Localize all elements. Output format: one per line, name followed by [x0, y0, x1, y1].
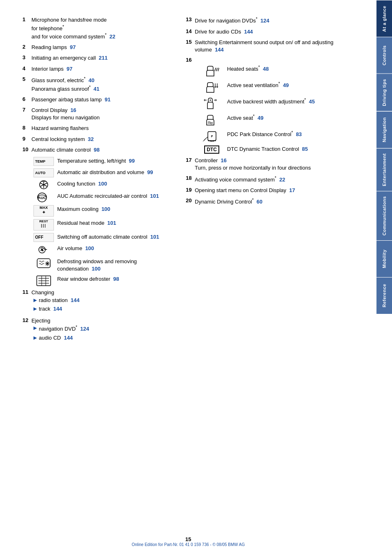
- page-ref[interactable]: 144: [244, 29, 253, 35]
- climate-text: Automatic air distribution and volume 99: [57, 168, 153, 176]
- page-ref[interactable]: 85: [302, 146, 308, 152]
- list-item: 6 Passenger airbag status lamp 91: [22, 96, 174, 103]
- page-ref[interactable]: 16: [70, 107, 76, 113]
- footer-text: Online Edition for Part-Nr. 01 41 0 159 …: [0, 542, 376, 547]
- item-text: radio station 144: [39, 297, 80, 304]
- item-content: Central locking system 32: [31, 136, 174, 143]
- page-ref[interactable]: 144: [64, 335, 73, 341]
- item-text: Displays for menu navigation: [31, 114, 100, 121]
- list-item: 8 Hazard warning flashers: [22, 125, 174, 132]
- page-ref[interactable]: 144: [53, 306, 62, 312]
- item-content: Activating voice command system* 22: [195, 175, 337, 184]
- s16-text: Heated seats* 48: [227, 65, 269, 73]
- svg-text:P: P: [211, 135, 213, 138]
- item-text: Initiating an emergency call 211: [31, 55, 107, 61]
- page-ref[interactable]: 98: [94, 147, 99, 153]
- page-ref[interactable]: 16: [221, 157, 227, 163]
- svg-rect-10: [37, 259, 50, 268]
- page-ref[interactable]: 60: [256, 199, 262, 205]
- tab-driving-tips[interactable]: Driving tips: [376, 74, 392, 111]
- list-item: 17 Controller 16 Turn, press or move hor…: [186, 157, 337, 172]
- temp-icon: TEMP: [33, 157, 54, 166]
- page-ref[interactable]: 48: [263, 66, 269, 72]
- item-number: 14: [186, 28, 195, 34]
- svg-point-28: [208, 140, 209, 141]
- item-number: 19: [186, 187, 195, 193]
- page-ref[interactable]: 100: [101, 206, 110, 212]
- climate-item: OFF Switching off automatic climate cont…: [33, 233, 174, 242]
- page-ref[interactable]: 101: [150, 234, 159, 240]
- item-content: Microphone for handsfree modefor telepho…: [31, 16, 174, 40]
- tab-mobility[interactable]: Mobility: [376, 240, 392, 277]
- section16-item: P PDC Park Distance Control* 83: [200, 130, 337, 142]
- page-ref[interactable]: 22: [109, 34, 115, 40]
- svg-point-29: [209, 141, 211, 142]
- item-content: Controller 16 Turn, press or move horizo…: [195, 157, 337, 172]
- page-ref[interactable]: 99: [129, 158, 135, 164]
- svg-point-32: [214, 140, 216, 141]
- climate-text: Defrosting windows and removing condensa…: [57, 257, 174, 273]
- page-ref[interactable]: 101: [150, 193, 159, 199]
- page-ref[interactable]: 211: [99, 55, 108, 61]
- page-footer: 15 Online Edition for Part-Nr. 01 41 0 1…: [0, 536, 376, 547]
- page-ref[interactable]: 100: [92, 266, 101, 272]
- rear-defroster-icon: [36, 275, 51, 286]
- page-ref[interactable]: 83: [296, 131, 302, 137]
- s16-text: PDC Park Distance Control* 83: [227, 130, 302, 139]
- page-ref[interactable]: 144: [215, 47, 224, 53]
- page-ref[interactable]: 99: [147, 169, 153, 175]
- sidebar: At a glance Controls Driving tips Naviga…: [376, 0, 392, 555]
- page-ref[interactable]: 144: [71, 297, 80, 303]
- item-content: Control Display 16 Displays for menu nav…: [31, 107, 174, 121]
- page-ref[interactable]: 32: [88, 136, 94, 142]
- item-number: 8: [22, 125, 31, 131]
- page-ref[interactable]: 100: [85, 245, 94, 251]
- s16-text: DTC Dynamic Traction Control 85: [227, 145, 308, 153]
- page-ref[interactable]: 91: [105, 96, 110, 103]
- item-text: track 144: [39, 305, 62, 313]
- climate-item: Air volume 100: [33, 244, 174, 255]
- item-number: 17: [186, 157, 195, 163]
- climate-item: AUTO Automatic air distribution and volu…: [33, 168, 174, 177]
- page-ref[interactable]: 40: [89, 77, 94, 83]
- page-ref[interactable]: 41: [94, 86, 99, 92]
- tab-controls[interactable]: Controls: [376, 37, 392, 74]
- item-text: Panorama glass sunroof* 41: [31, 86, 100, 92]
- item-text: Opening start menu on Control Display 17: [195, 187, 295, 193]
- item-content: Interior lamps 97: [31, 65, 174, 73]
- page-ref[interactable]: 49: [258, 115, 263, 121]
- page-ref[interactable]: 97: [70, 44, 76, 50]
- list-item: 20 Dynamic Driving Control* 60: [186, 197, 337, 206]
- tab-at-a-glance[interactable]: At a glance: [376, 0, 392, 37]
- item-content: Drive for navigation DVDs* 124: [195, 16, 337, 25]
- svg-line-5: [44, 181, 45, 182]
- tab-communications[interactable]: Communications: [376, 191, 392, 240]
- climate-item: Defrosting windows and removing condensa…: [33, 257, 174, 273]
- page-ref[interactable]: 17: [289, 187, 295, 193]
- list-item: 9 Central locking system 32: [22, 136, 174, 143]
- climate-text: Residual heat mode 101: [57, 219, 116, 227]
- page-ref[interactable]: 100: [98, 181, 107, 187]
- tab-entertainment[interactable]: Entertainment: [376, 148, 392, 191]
- list-item: 14 Drive for audio CDs 144: [186, 28, 337, 36]
- page-ref[interactable]: 49: [283, 82, 289, 88]
- list-item: 2 Reading lamps 97: [22, 44, 174, 51]
- off-icon: OFF: [33, 233, 54, 242]
- tab-navigation[interactable]: Navigation: [376, 111, 392, 148]
- page-ref[interactable]: 22: [279, 177, 285, 183]
- page-ref[interactable]: 98: [113, 276, 119, 282]
- main-content: 1 Microphone for handsfree modefor telep…: [0, 0, 376, 555]
- page-ref[interactable]: 97: [67, 66, 72, 72]
- svg-line-4: [42, 181, 44, 182]
- page-ref[interactable]: 101: [107, 220, 116, 226]
- item-text: Passenger airbag status lamp 91: [31, 96, 111, 103]
- page-ref[interactable]: 124: [80, 326, 89, 332]
- item-text: Reading lamps 97: [31, 44, 76, 50]
- section16-item: Active seat* 49: [200, 114, 337, 127]
- page-ref[interactable]: 124: [261, 18, 270, 24]
- page-ref[interactable]: 45: [309, 98, 314, 105]
- left-column: 1 Microphone for handsfree modefor telep…: [22, 16, 174, 346]
- sub-item: ▶ navigation DVD* 124: [33, 324, 174, 333]
- item-text: Microphone for handsfree modefor telepho…: [31, 17, 116, 40]
- tab-reference[interactable]: Reference: [376, 277, 392, 314]
